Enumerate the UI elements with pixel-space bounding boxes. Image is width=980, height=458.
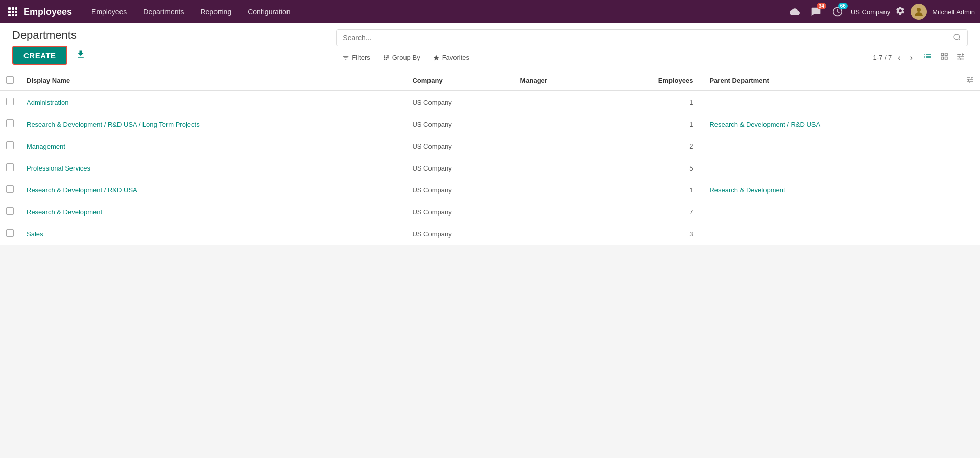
chat-icon[interactable]: 34	[808, 4, 824, 20]
avatar[interactable]	[911, 4, 927, 20]
row-checkbox[interactable]	[6, 229, 14, 237]
top-nav: Employees Employees Departments Reportin…	[0, 0, 980, 23]
row-checkbox-cell[interactable]	[0, 113, 20, 135]
row-checkbox-cell[interactable]	[0, 91, 20, 113]
company-selector[interactable]: US Company	[851, 8, 890, 16]
row-name[interactable]: Research & Development	[20, 201, 406, 223]
row-manager	[514, 113, 596, 135]
row-parent[interactable]: Research & Development / R&D USA	[703, 113, 960, 135]
row-name[interactable]: Sales	[20, 223, 406, 245]
row-extra	[960, 91, 980, 113]
row-employees: 1	[596, 179, 704, 201]
next-page-button[interactable]: ›	[907, 52, 916, 63]
row-company: US Company	[406, 113, 514, 135]
row-name[interactable]: Administration	[20, 91, 406, 113]
row-checkbox[interactable]	[6, 119, 14, 127]
row-extra	[960, 223, 980, 245]
svg-rect-6	[8, 14, 11, 16]
nav-departments[interactable]: Departments	[136, 5, 191, 19]
row-extra	[960, 135, 980, 157]
svg-rect-5	[15, 11, 17, 13]
row-manager	[514, 223, 596, 245]
row-checkbox-cell[interactable]	[0, 201, 20, 223]
nav-employees[interactable]: Employees	[84, 5, 134, 19]
nav-menu: Employees Departments Reporting Configur…	[84, 5, 786, 19]
chat-badge: 34	[817, 3, 826, 9]
pagination: 1-7 / 7 ‹ ›	[873, 52, 916, 63]
row-checkbox[interactable]	[6, 163, 14, 171]
row-checkbox[interactable]	[6, 98, 14, 105]
row-manager	[514, 91, 596, 113]
svg-point-11	[954, 34, 960, 40]
table-row: Research & Development US Company 7	[0, 201, 980, 223]
download-button[interactable]	[71, 47, 90, 64]
row-company: US Company	[406, 179, 514, 201]
svg-rect-2	[15, 7, 17, 10]
settings-icon[interactable]	[895, 6, 905, 18]
row-extra	[960, 179, 980, 201]
row-name[interactable]: Professional Services	[20, 157, 406, 179]
row-employees: 1	[596, 91, 704, 113]
svg-rect-3	[8, 11, 11, 13]
row-company: US Company	[406, 223, 514, 245]
cloud-icon[interactable]	[786, 4, 803, 20]
nav-configuration[interactable]: Configuration	[241, 5, 297, 19]
svg-rect-4	[12, 11, 14, 13]
row-employees: 5	[596, 157, 704, 179]
filters-button[interactable]: Filters	[336, 51, 376, 64]
row-checkbox[interactable]	[6, 207, 14, 215]
user-name[interactable]: Mitchell Admin	[932, 8, 975, 16]
svg-rect-7	[12, 14, 14, 16]
groupby-button[interactable]: Group By	[376, 51, 426, 64]
app-title: Employees	[23, 7, 72, 17]
svg-point-10	[917, 8, 921, 12]
search-input[interactable]	[343, 34, 953, 42]
departments-table: Display Name Company Manager Employees P…	[0, 70, 980, 245]
column-adjust-button[interactable]	[953, 51, 968, 64]
nav-right: 34 66 US Company Mitchell Admin	[786, 4, 975, 20]
row-extra	[960, 113, 980, 135]
row-name[interactable]: Research & Development / R&D USA	[20, 179, 406, 201]
table-row: Sales US Company 3	[0, 223, 980, 245]
grid-icon[interactable]	[5, 4, 20, 19]
select-all-header[interactable]	[0, 70, 20, 91]
col-display-name: Display Name	[20, 70, 406, 91]
kanban-view-button[interactable]	[937, 51, 951, 64]
row-checkbox-cell[interactable]	[0, 157, 20, 179]
svg-rect-8	[15, 14, 17, 16]
row-extra	[960, 201, 980, 223]
page-title: Departments	[12, 29, 328, 42]
row-manager	[514, 179, 596, 201]
favorites-button[interactable]: Favorites	[426, 51, 475, 64]
row-checkbox-cell[interactable]	[0, 135, 20, 157]
clock-badge: 66	[838, 3, 848, 9]
row-parent[interactable]: Research & Development	[703, 179, 960, 201]
search-icon	[953, 33, 961, 43]
row-checkbox-cell[interactable]	[0, 179, 20, 201]
row-company: US Company	[406, 91, 514, 113]
col-employees: Employees	[596, 70, 704, 91]
row-parent	[703, 135, 960, 157]
svg-line-12	[959, 39, 960, 40]
list-view-button[interactable]	[921, 51, 935, 64]
table-row: Administration US Company 1	[0, 91, 980, 113]
prev-page-button[interactable]: ‹	[895, 52, 903, 63]
view-buttons	[921, 51, 968, 64]
nav-reporting[interactable]: Reporting	[193, 5, 238, 19]
col-adjust[interactable]	[960, 70, 980, 91]
row-company: US Company	[406, 201, 514, 223]
select-all-checkbox[interactable]	[6, 76, 14, 84]
clock-icon[interactable]: 66	[829, 4, 846, 20]
create-button[interactable]: CREATE	[12, 46, 67, 65]
row-name[interactable]: Research & Development / R&D USA / Long …	[20, 113, 406, 135]
row-name[interactable]: Management	[20, 135, 406, 157]
row-company: US Company	[406, 135, 514, 157]
row-checkbox-cell[interactable]	[0, 223, 20, 245]
row-parent	[703, 223, 960, 245]
row-manager	[514, 201, 596, 223]
row-checkbox[interactable]	[6, 185, 14, 193]
row-parent	[703, 157, 960, 179]
table-row: Research & Development / R&D USA / Long …	[0, 113, 980, 135]
row-checkbox[interactable]	[6, 141, 14, 149]
row-company: US Company	[406, 157, 514, 179]
